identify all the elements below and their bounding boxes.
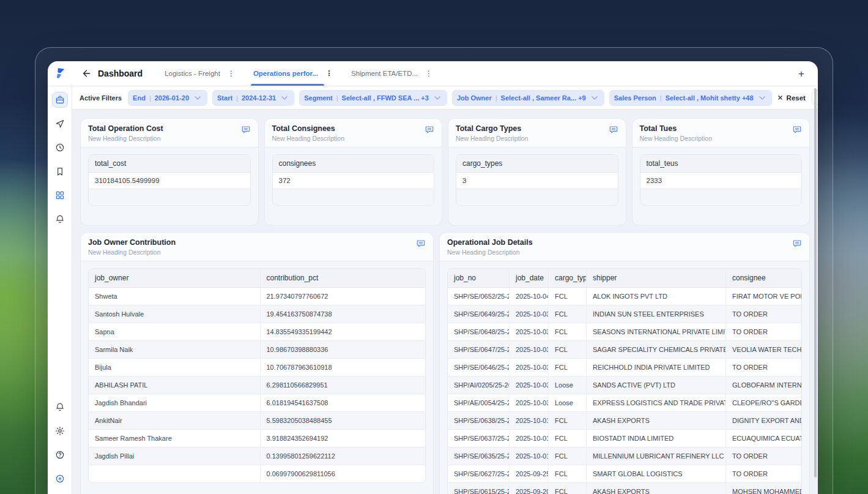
cell-cargo_type: Loose <box>549 376 587 394</box>
tab-menu-icon[interactable]: ⋮ <box>425 69 432 78</box>
page-title: Dashboard <box>98 69 143 78</box>
plus-circle-icon[interactable] <box>52 471 68 487</box>
column-header-contribution_pct: contribution_pct <box>261 269 426 288</box>
cell-contribution_pct: 6.018194541637508 <box>261 394 426 412</box>
kpi-cargo_types-value: 3 <box>456 173 618 189</box>
bell-icon[interactable] <box>52 211 68 227</box>
comment-icon[interactable] <box>792 239 802 249</box>
cell-consignee: TO ORDER <box>726 447 801 465</box>
cell-shipper: MILLENNIUM LUBRICANT REFINERY LLC <box>587 447 726 465</box>
comment-icon[interactable] <box>609 125 618 135</box>
cell-job_date: 2025-10-03 <box>510 359 549 376</box>
comment-icon[interactable] <box>241 125 251 135</box>
app-window: Dashboard Logistics - Freight⋮Operations… <box>48 61 818 494</box>
filter-chip-sales-person[interactable]: Sales Person|Select-all , Mohit shetty +… <box>609 90 772 106</box>
kpi-total_cost-value: 310184105.5499999 <box>89 173 250 189</box>
briefcase-icon[interactable] <box>52 92 68 108</box>
cell-job_owner: Sapna <box>89 323 261 341</box>
cell-contribution_pct: 10.706787963610918 <box>261 359 426 376</box>
app-logo[interactable] <box>48 67 72 80</box>
cell-contribution_pct: 3.918824352694192 <box>261 430 426 447</box>
job-owner-header: Job Owner ContributionNew Heading Descri… <box>81 233 433 261</box>
comment-icon[interactable] <box>792 125 802 135</box>
kpi-total_teus-title: Total Tues <box>640 124 803 133</box>
filter-chip-end[interactable]: End|2026-01-20 <box>128 90 207 106</box>
cell-cargo_type: FCL <box>549 447 587 465</box>
table-row: SHP/SE/0648/25-262025-10-03FCLSEASONS IN… <box>448 323 801 341</box>
tab-logistics-freight[interactable]: Logistics - Freight⋮ <box>157 61 242 86</box>
column-header-consignee: consignee <box>726 269 801 288</box>
table-row: AnkitNair5.5983205038488455 <box>89 412 425 430</box>
filter-chip-job-owner[interactable]: Job Owner|Select-all , Sameer Ra... +9 <box>452 90 604 106</box>
table-row: SHP/AI/0205/25-262025-10-03LooseSANDS AC… <box>448 376 801 394</box>
bell-icon[interactable] <box>52 399 68 415</box>
tab-label: Shipment ETA/ETD... <box>351 70 418 77</box>
kpi-consignees-title: Total Consignees <box>272 124 435 133</box>
tab-operations-perfor[interactable]: Operations perfor...⋮ <box>246 61 340 86</box>
help-icon[interactable] <box>52 447 68 463</box>
filter-chips: End|2026-01-20Start|2024-12-31Segment|Se… <box>128 90 772 106</box>
cell-shipper: SAGAR SPECIALITY CHEMICALS PRIVATE LIMIT… <box>587 341 726 359</box>
clock-icon[interactable] <box>52 140 68 155</box>
kpi-consignees-card: Total ConsigneesNew Heading Descriptionc… <box>264 118 443 226</box>
kpi-total_cost-table: total_cost310184105.5499999 <box>88 154 251 206</box>
comment-icon[interactable] <box>425 125 434 135</box>
cell-shipper: EXPRESS LOGISTICS AND TRADE PRIVATE LIMI… <box>587 394 726 412</box>
filter-actions: Reset All 5 ⋮ Unlock Insights <box>777 89 818 107</box>
filter-chip-separator: | <box>149 94 151 102</box>
comment-icon[interactable] <box>416 239 426 249</box>
table-row: Jagdish Bhandari6.018194541637508 <box>89 394 425 412</box>
close-icon <box>777 94 784 101</box>
table-row: SHP/AE/0054/25-262025-10-03LooseEXPRESS … <box>448 394 801 412</box>
job-details-subtitle: New Heading Description <box>447 249 802 256</box>
reset-filters-button[interactable]: Reset <box>777 94 806 102</box>
cell-shipper: SMART GLOBAL LOGISTICS <box>587 465 726 483</box>
cell-job_owner <box>89 465 261 482</box>
filter-chip-start[interactable]: Start|2024-12-31 <box>212 90 294 106</box>
cell-cargo_type: FCL <box>549 412 587 430</box>
tab-menu-icon[interactable]: ⋮ <box>325 69 333 78</box>
kpi-consignees-body: consignees372 <box>265 148 442 225</box>
cell-consignee: GLOBOFARM INTERNATIONA <box>726 376 801 394</box>
chevron-down-icon <box>280 93 289 103</box>
compass-icon[interactable] <box>52 116 68 132</box>
tab-menu-icon[interactable]: ⋮ <box>228 69 235 78</box>
tab-label: Operations perfor... <box>253 70 318 77</box>
cell-contribution_pct: 14.835549335199442 <box>261 323 426 341</box>
filter-chip-segment[interactable]: Segment|Select-all , FFWD SEA ... +3 <box>299 90 447 106</box>
table-row: ABHILASH PATIL6.298110566829951 <box>89 376 425 394</box>
filter-chip-separator: | <box>660 94 662 102</box>
kpi-cargo_types-header: Total Cargo TypesNew Heading Description <box>448 119 626 148</box>
back-arrow-icon[interactable] <box>82 69 92 78</box>
tab-shipment-eta-etd[interactable]: Shipment ETA/ETD...⋮ <box>344 61 440 86</box>
cell-consignee: TO ORDER <box>726 305 801 323</box>
cell-consignee: FIRAT MOTOR VE POMPA ELK <box>726 288 801 305</box>
cell-contribution_pct: 19.454163750874738 <box>261 305 426 323</box>
kpi-total_cost-body: total_cost310184105.5499999 <box>81 148 258 225</box>
cell-consignee: CLEOPE/RO''S GARDEN <box>726 394 801 412</box>
cell-cargo_type: FCL <box>549 430 587 447</box>
job-details-table: job_nojob_datecargo_typeshipperconsignee… <box>447 268 802 494</box>
filter-chip-value: Select-all , FFWD SEA ... +3 <box>342 94 429 102</box>
vertical-scrollbar[interactable] <box>814 88 817 477</box>
sidebar <box>48 86 72 494</box>
kpi-consignees-table: consignees372 <box>272 154 435 206</box>
cell-cargo_type: FCL <box>549 323 587 341</box>
kpi-total_cost-header: Total Operation CostNew Heading Descript… <box>81 119 258 148</box>
cell-job_date: 2025-10-03 <box>510 376 549 394</box>
cell-job_date: 2025-09-20 <box>510 483 549 494</box>
apps-icon[interactable] <box>52 187 68 203</box>
cell-job_owner: AnkitNair <box>89 412 261 430</box>
add-tab-button[interactable]: + <box>798 69 804 79</box>
cell-contribution_pct: 10.98670398880336 <box>261 341 426 359</box>
kpi-total_teus-value: 2333 <box>640 173 802 189</box>
gear-icon[interactable] <box>52 423 68 439</box>
bookmark-icon[interactable] <box>52 163 68 179</box>
table-row: SHP/SE/0652/25-262025-10-04FCLALOK INGOT… <box>448 288 801 305</box>
kpi-consignees-empty-row <box>273 189 434 205</box>
cell-shipper: REICHHOLD INDIA PRIVATE LIMITED <box>587 359 726 376</box>
cell-cargo_type: FCL <box>549 341 587 359</box>
cell-job_owner: Jagdish Bhandari <box>89 394 261 412</box>
kpi-cargo_types-body: cargo_types3 <box>448 148 626 225</box>
cell-shipper: ALOK INGOTS PVT LTD <box>587 288 726 305</box>
